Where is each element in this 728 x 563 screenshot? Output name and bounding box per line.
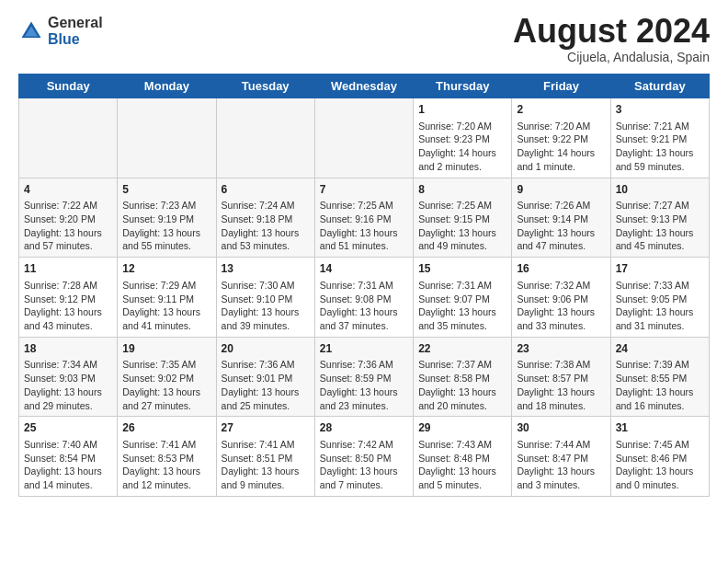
calendar-cell: 27Sunrise: 7:41 AM Sunset: 8:51 PM Dayli… xyxy=(216,417,314,497)
day-number: 9 xyxy=(517,182,605,198)
calendar-cell xyxy=(118,98,216,178)
weekday-header-row: SundayMondayTuesdayWednesdayThursdayFrid… xyxy=(19,75,710,98)
weekday-header-tuesday: Tuesday xyxy=(216,75,314,98)
week-row-2: 4Sunrise: 7:22 AM Sunset: 9:20 PM Daylig… xyxy=(19,178,710,258)
calendar-cell: 24Sunrise: 7:39 AM Sunset: 8:55 PM Dayli… xyxy=(610,337,709,417)
day-number: 23 xyxy=(517,341,605,357)
day-number: 28 xyxy=(320,420,408,436)
weekday-header-wednesday: Wednesday xyxy=(314,75,413,98)
weekday-header-monday: Monday xyxy=(118,75,216,98)
calendar-cell: 1Sunrise: 7:20 AM Sunset: 9:23 PM Daylig… xyxy=(414,98,512,178)
day-number: 13 xyxy=(222,261,310,277)
calendar-cell: 6Sunrise: 7:24 AM Sunset: 9:18 PM Daylig… xyxy=(216,178,314,258)
calendar-cell: 10Sunrise: 7:27 AM Sunset: 9:13 PM Dayli… xyxy=(610,178,709,258)
day-number: 4 xyxy=(24,182,112,198)
day-info: Sunrise: 7:36 AM Sunset: 9:01 PM Dayligh… xyxy=(222,359,300,410)
calendar-cell: 9Sunrise: 7:26 AM Sunset: 9:14 PM Daylig… xyxy=(512,178,610,258)
day-info: Sunrise: 7:45 AM Sunset: 8:46 PM Dayligh… xyxy=(616,439,694,490)
day-info: Sunrise: 7:30 AM Sunset: 9:10 PM Dayligh… xyxy=(222,280,300,331)
logo-icon xyxy=(18,18,44,44)
calendar-cell: 7Sunrise: 7:25 AM Sunset: 9:16 PM Daylig… xyxy=(314,178,413,258)
calendar-cell: 13Sunrise: 7:30 AM Sunset: 9:10 PM Dayli… xyxy=(216,258,314,338)
day-info: Sunrise: 7:22 AM Sunset: 9:20 PM Dayligh… xyxy=(24,200,102,251)
week-row-1: 1Sunrise: 7:20 AM Sunset: 9:23 PM Daylig… xyxy=(19,98,710,178)
day-info: Sunrise: 7:29 AM Sunset: 9:11 PM Dayligh… xyxy=(122,280,200,331)
day-info: Sunrise: 7:33 AM Sunset: 9:05 PM Dayligh… xyxy=(616,280,694,331)
calendar-table: SundayMondayTuesdayWednesdayThursdayFrid… xyxy=(18,74,710,497)
page: General Blue August 2024 Cijuela, Andalu… xyxy=(0,0,728,563)
day-number: 15 xyxy=(418,261,506,277)
day-info: Sunrise: 7:44 AM Sunset: 8:47 PM Dayligh… xyxy=(517,439,595,490)
day-number: 26 xyxy=(122,420,210,436)
day-number: 24 xyxy=(616,341,704,357)
day-number: 5 xyxy=(122,182,210,198)
day-number: 8 xyxy=(418,182,506,198)
day-info: Sunrise: 7:20 AM Sunset: 9:23 PM Dayligh… xyxy=(418,121,496,172)
logo-blue-text: Blue xyxy=(48,31,103,48)
day-info: Sunrise: 7:39 AM Sunset: 8:55 PM Dayligh… xyxy=(616,359,694,410)
calendar-cell: 30Sunrise: 7:44 AM Sunset: 8:47 PM Dayli… xyxy=(512,417,610,497)
day-number: 18 xyxy=(24,341,112,357)
calendar-cell: 20Sunrise: 7:36 AM Sunset: 9:01 PM Dayli… xyxy=(216,337,314,417)
calendar-cell: 31Sunrise: 7:45 AM Sunset: 8:46 PM Dayli… xyxy=(610,417,709,497)
day-number: 1 xyxy=(418,102,506,118)
calendar-cell: 22Sunrise: 7:37 AM Sunset: 8:58 PM Dayli… xyxy=(414,337,512,417)
day-info: Sunrise: 7:41 AM Sunset: 8:51 PM Dayligh… xyxy=(222,439,300,490)
calendar-cell: 5Sunrise: 7:23 AM Sunset: 9:19 PM Daylig… xyxy=(118,178,216,258)
day-number: 14 xyxy=(320,261,408,277)
calendar-cell: 11Sunrise: 7:28 AM Sunset: 9:12 PM Dayli… xyxy=(19,258,118,338)
weekday-header-friday: Friday xyxy=(512,75,610,98)
day-info: Sunrise: 7:35 AM Sunset: 9:02 PM Dayligh… xyxy=(122,359,200,410)
calendar-cell xyxy=(216,98,314,178)
calendar-cell: 29Sunrise: 7:43 AM Sunset: 8:48 PM Dayli… xyxy=(414,417,512,497)
day-info: Sunrise: 7:25 AM Sunset: 9:16 PM Dayligh… xyxy=(320,200,398,251)
day-number: 27 xyxy=(222,420,310,436)
day-number: 29 xyxy=(418,420,506,436)
day-info: Sunrise: 7:28 AM Sunset: 9:12 PM Dayligh… xyxy=(24,280,102,331)
day-number: 11 xyxy=(24,261,112,277)
week-row-4: 18Sunrise: 7:34 AM Sunset: 9:03 PM Dayli… xyxy=(19,337,710,417)
day-info: Sunrise: 7:31 AM Sunset: 9:08 PM Dayligh… xyxy=(320,280,398,331)
day-number: 22 xyxy=(418,341,506,357)
calendar-cell: 19Sunrise: 7:35 AM Sunset: 9:02 PM Dayli… xyxy=(118,337,216,417)
day-info: Sunrise: 7:34 AM Sunset: 9:03 PM Dayligh… xyxy=(24,359,102,410)
day-number: 10 xyxy=(616,182,704,198)
calendar-cell xyxy=(314,98,413,178)
day-number: 21 xyxy=(320,341,408,357)
day-number: 20 xyxy=(222,341,310,357)
header: General Blue August 2024 Cijuela, Andalu… xyxy=(18,15,710,64)
day-number: 16 xyxy=(517,261,605,277)
calendar-cell: 28Sunrise: 7:42 AM Sunset: 8:50 PM Dayli… xyxy=(314,417,413,497)
day-number: 2 xyxy=(517,102,605,118)
day-number: 3 xyxy=(616,102,704,118)
calendar-cell: 4Sunrise: 7:22 AM Sunset: 9:20 PM Daylig… xyxy=(19,178,118,258)
day-number: 19 xyxy=(122,341,210,357)
day-number: 6 xyxy=(222,182,310,198)
day-number: 25 xyxy=(24,420,112,436)
day-info: Sunrise: 7:25 AM Sunset: 9:15 PM Dayligh… xyxy=(418,200,496,251)
day-info: Sunrise: 7:27 AM Sunset: 9:13 PM Dayligh… xyxy=(616,200,694,251)
day-info: Sunrise: 7:26 AM Sunset: 9:14 PM Dayligh… xyxy=(517,200,595,251)
weekday-header-saturday: Saturday xyxy=(610,75,709,98)
calendar-cell: 3Sunrise: 7:21 AM Sunset: 9:21 PM Daylig… xyxy=(610,98,709,178)
week-row-3: 11Sunrise: 7:28 AM Sunset: 9:12 PM Dayli… xyxy=(19,258,710,338)
day-info: Sunrise: 7:24 AM Sunset: 9:18 PM Dayligh… xyxy=(222,200,300,251)
calendar-cell: 26Sunrise: 7:41 AM Sunset: 8:53 PM Dayli… xyxy=(118,417,216,497)
day-number: 7 xyxy=(320,182,408,198)
weekday-header-sunday: Sunday xyxy=(19,75,118,98)
day-info: Sunrise: 7:38 AM Sunset: 8:57 PM Dayligh… xyxy=(517,359,595,410)
calendar-cell: 23Sunrise: 7:38 AM Sunset: 8:57 PM Dayli… xyxy=(512,337,610,417)
title-section: August 2024 Cijuela, Andalusia, Spain xyxy=(513,15,710,64)
day-info: Sunrise: 7:41 AM Sunset: 8:53 PM Dayligh… xyxy=(122,439,200,490)
day-info: Sunrise: 7:32 AM Sunset: 9:06 PM Dayligh… xyxy=(517,280,595,331)
calendar-cell: 14Sunrise: 7:31 AM Sunset: 9:08 PM Dayli… xyxy=(314,258,413,338)
day-number: 12 xyxy=(122,261,210,277)
day-info: Sunrise: 7:42 AM Sunset: 8:50 PM Dayligh… xyxy=(320,439,398,490)
calendar-cell: 8Sunrise: 7:25 AM Sunset: 9:15 PM Daylig… xyxy=(414,178,512,258)
day-info: Sunrise: 7:31 AM Sunset: 9:07 PM Dayligh… xyxy=(418,280,496,331)
calendar-cell: 18Sunrise: 7:34 AM Sunset: 9:03 PM Dayli… xyxy=(19,337,118,417)
calendar-cell: 2Sunrise: 7:20 AM Sunset: 9:22 PM Daylig… xyxy=(512,98,610,178)
calendar-cell: 12Sunrise: 7:29 AM Sunset: 9:11 PM Dayli… xyxy=(118,258,216,338)
calendar-cell: 17Sunrise: 7:33 AM Sunset: 9:05 PM Dayli… xyxy=(610,258,709,338)
week-row-5: 25Sunrise: 7:40 AM Sunset: 8:54 PM Dayli… xyxy=(19,417,710,497)
